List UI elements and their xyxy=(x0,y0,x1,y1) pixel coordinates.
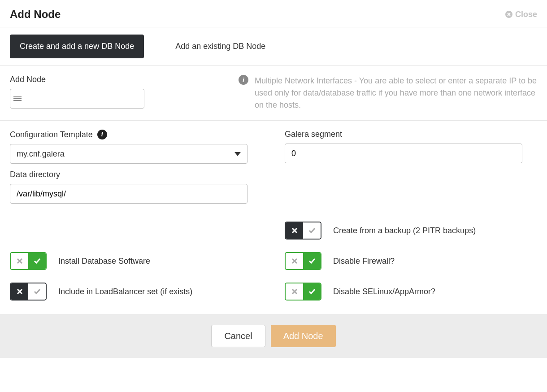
disable-firewall-label: Disable Firewall? xyxy=(333,257,395,266)
disable-selinux-label: Disable SELinux/AppArmor? xyxy=(333,287,435,296)
check-icon xyxy=(303,283,321,300)
include-lb-toggle[interactable] xyxy=(10,283,47,301)
close-label: Close xyxy=(515,10,537,19)
x-icon xyxy=(286,253,303,269)
install-software-toggle[interactable] xyxy=(10,252,47,270)
install-software-row: Install Database Software xyxy=(10,252,262,270)
close-button[interactable]: Close xyxy=(505,10,537,19)
config-template-select[interactable]: my.cnf.galera xyxy=(10,144,247,164)
add-node-button[interactable]: Add Node xyxy=(271,325,336,347)
add-node-section: Add Node i Multiple Network Interfaces -… xyxy=(0,66,547,121)
info-icon[interactable]: i xyxy=(97,130,107,139)
x-icon xyxy=(286,222,303,239)
galera-segment-input[interactable] xyxy=(285,144,522,163)
config-template-label: Configuration Template i xyxy=(10,130,262,139)
check-icon xyxy=(28,283,46,300)
help-text-content: Multiple Network Interfaces - You are ab… xyxy=(255,75,537,111)
include-lb-row: Include in LoadBalancer set (if exists) xyxy=(10,283,262,301)
install-software-label: Install Database Software xyxy=(58,257,150,266)
add-node-modal: Add Node Close Create and add a new DB N… xyxy=(0,0,547,358)
cancel-button[interactable]: Cancel xyxy=(211,325,265,347)
config-section: Configuration Template i my.cnf.galera D… xyxy=(0,121,547,314)
chevron-down-icon xyxy=(234,152,241,156)
x-icon xyxy=(286,283,303,300)
tab-create-new[interactable]: Create and add a new DB Node xyxy=(10,35,144,58)
info-icon: i xyxy=(239,75,248,85)
node-address-input-group xyxy=(10,89,144,109)
disable-selinux-toggle[interactable] xyxy=(285,283,321,301)
x-icon xyxy=(11,283,28,300)
modal-footer: Cancel Add Node xyxy=(0,314,547,358)
tab-add-existing[interactable]: Add an existing DB Node xyxy=(165,35,275,58)
create-from-backup-label: Create from a backup (2 PITR backups) xyxy=(333,226,476,235)
check-icon xyxy=(303,222,321,239)
create-from-backup-toggle[interactable] xyxy=(285,222,321,240)
modal-title: Add Node xyxy=(10,8,61,21)
node-address-input[interactable] xyxy=(26,89,144,108)
tabs: Create and add a new DB Node Add an exis… xyxy=(0,27,547,66)
close-icon xyxy=(505,11,512,18)
server-icon xyxy=(10,96,26,101)
disable-selinux-row: Disable SELinux/AppArmor? xyxy=(285,283,537,301)
create-from-backup-row: Create from a backup (2 PITR backups) xyxy=(285,222,537,240)
check-icon xyxy=(303,253,321,269)
x-icon xyxy=(11,253,28,269)
data-dir-input[interactable] xyxy=(10,184,247,204)
galera-segment-label: Galera segment xyxy=(285,130,537,139)
data-dir-label: Data directory xyxy=(10,170,262,179)
add-node-label: Add Node xyxy=(10,75,216,84)
include-lb-label: Include in LoadBalancer set (if exists) xyxy=(58,287,192,296)
disable-firewall-toggle[interactable] xyxy=(285,252,321,270)
disable-firewall-row: Disable Firewall? xyxy=(285,252,537,270)
modal-header: Add Node Close xyxy=(0,0,547,27)
config-template-value: my.cnf.galera xyxy=(17,149,65,159)
help-text: i Multiple Network Interfaces - You are … xyxy=(239,75,537,111)
check-icon xyxy=(28,253,46,269)
